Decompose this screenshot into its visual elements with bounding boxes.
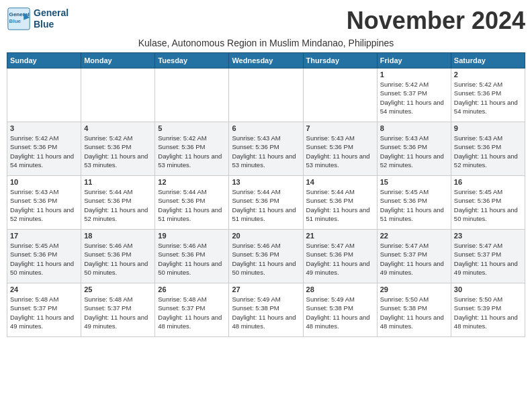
day-info: Sunrise: 5:43 AM Sunset: 5:36 PM Dayligh… <box>306 134 374 169</box>
weekday-header-sunday: Sunday <box>7 53 81 68</box>
day-number: 6 <box>232 124 300 132</box>
day-info: Sunrise: 5:43 AM Sunset: 5:36 PM Dayligh… <box>380 134 448 169</box>
day-info: Sunrise: 5:50 AM Sunset: 5:39 PM Dayligh… <box>454 295 522 330</box>
day-info: Sunrise: 5:48 AM Sunset: 5:37 PM Dayligh… <box>84 295 152 330</box>
calendar-cell: 18Sunrise: 5:46 AM Sunset: 5:36 PM Dayli… <box>81 230 155 283</box>
calendar-cell: 9Sunrise: 5:43 AM Sunset: 5:36 PM Daylig… <box>451 122 525 176</box>
calendar-week-3: 10Sunrise: 5:43 AM Sunset: 5:36 PM Dayli… <box>7 176 525 230</box>
calendar-cell: 21Sunrise: 5:47 AM Sunset: 5:36 PM Dayli… <box>303 230 377 283</box>
calendar-cell <box>229 68 303 122</box>
day-info: Sunrise: 5:42 AM Sunset: 5:36 PM Dayligh… <box>10 134 78 169</box>
day-number: 2 <box>454 71 522 79</box>
day-info: Sunrise: 5:46 AM Sunset: 5:36 PM Dayligh… <box>158 241 226 277</box>
calendar-cell: 22Sunrise: 5:47 AM Sunset: 5:37 PM Dayli… <box>377 230 451 283</box>
day-info: Sunrise: 5:45 AM Sunset: 5:36 PM Dayligh… <box>380 187 448 223</box>
calendar-cell: 26Sunrise: 5:48 AM Sunset: 5:37 PM Dayli… <box>155 283 229 337</box>
day-info: Sunrise: 5:44 AM Sunset: 5:36 PM Dayligh… <box>158 187 226 223</box>
calendar-cell: 2Sunrise: 5:42 AM Sunset: 5:36 PM Daylig… <box>451 68 525 122</box>
calendar-cell: 23Sunrise: 5:47 AM Sunset: 5:37 PM Dayli… <box>451 230 525 283</box>
day-number: 14 <box>306 178 374 186</box>
day-number: 18 <box>84 232 152 240</box>
calendar-cell: 8Sunrise: 5:43 AM Sunset: 5:36 PM Daylig… <box>377 122 451 176</box>
weekday-header-monday: Monday <box>81 53 155 68</box>
calendar-cell: 6Sunrise: 5:43 AM Sunset: 5:36 PM Daylig… <box>229 122 303 176</box>
day-number: 9 <box>454 124 522 132</box>
day-info: Sunrise: 5:42 AM Sunset: 5:36 PM Dayligh… <box>84 134 152 169</box>
calendar-cell: 25Sunrise: 5:48 AM Sunset: 5:37 PM Dayli… <box>81 283 155 337</box>
day-number: 25 <box>84 285 152 293</box>
calendar-cell: 20Sunrise: 5:46 AM Sunset: 5:36 PM Dayli… <box>229 230 303 283</box>
calendar-cell <box>81 68 155 122</box>
day-number: 15 <box>380 178 448 186</box>
day-info: Sunrise: 5:47 AM Sunset: 5:37 PM Dayligh… <box>380 241 448 277</box>
calendar-cell: 5Sunrise: 5:42 AM Sunset: 5:36 PM Daylig… <box>155 122 229 176</box>
month-title: November 2024 <box>347 7 525 35</box>
day-info: Sunrise: 5:49 AM Sunset: 5:38 PM Dayligh… <box>232 295 300 330</box>
day-number: 19 <box>158 232 226 240</box>
day-number: 24 <box>10 285 78 293</box>
weekday-header-row: SundayMondayTuesdayWednesdayThursdayFrid… <box>7 53 525 68</box>
day-number: 29 <box>380 285 448 293</box>
weekday-header-friday: Friday <box>377 53 451 68</box>
logo-icon: General Blue <box>7 7 31 31</box>
weekday-header-saturday: Saturday <box>451 53 525 68</box>
calendar-cell: 7Sunrise: 5:43 AM Sunset: 5:36 PM Daylig… <box>303 122 377 176</box>
day-number: 12 <box>158 178 226 186</box>
day-number: 20 <box>232 232 300 240</box>
day-number: 22 <box>380 232 448 240</box>
day-info: Sunrise: 5:48 AM Sunset: 5:37 PM Dayligh… <box>10 295 78 330</box>
day-info: Sunrise: 5:44 AM Sunset: 5:36 PM Dayligh… <box>84 187 152 223</box>
calendar-week-2: 3Sunrise: 5:42 AM Sunset: 5:36 PM Daylig… <box>7 122 525 176</box>
calendar-subtitle: Kulase, Autonomous Region in Muslim Mind… <box>7 38 525 48</box>
calendar-week-1: 1Sunrise: 5:42 AM Sunset: 5:37 PM Daylig… <box>7 68 525 122</box>
day-number: 16 <box>454 178 522 186</box>
calendar-cell: 19Sunrise: 5:46 AM Sunset: 5:36 PM Dayli… <box>155 230 229 283</box>
day-info: Sunrise: 5:46 AM Sunset: 5:36 PM Dayligh… <box>84 241 152 277</box>
calendar-cell: 1Sunrise: 5:42 AM Sunset: 5:37 PM Daylig… <box>377 68 451 122</box>
day-info: Sunrise: 5:45 AM Sunset: 5:36 PM Dayligh… <box>454 187 522 223</box>
day-info: Sunrise: 5:49 AM Sunset: 5:38 PM Dayligh… <box>306 295 374 330</box>
calendar-week-4: 17Sunrise: 5:45 AM Sunset: 5:36 PM Dayli… <box>7 230 525 283</box>
weekday-header-wednesday: Wednesday <box>229 53 303 68</box>
day-info: Sunrise: 5:44 AM Sunset: 5:36 PM Dayligh… <box>306 187 374 223</box>
day-info: Sunrise: 5:42 AM Sunset: 5:36 PM Dayligh… <box>454 80 522 116</box>
day-info: Sunrise: 5:43 AM Sunset: 5:36 PM Dayligh… <box>232 134 300 169</box>
calendar-cell: 29Sunrise: 5:50 AM Sunset: 5:38 PM Dayli… <box>377 283 451 337</box>
calendar-cell <box>303 68 377 122</box>
day-info: Sunrise: 5:45 AM Sunset: 5:36 PM Dayligh… <box>10 241 78 277</box>
calendar-cell: 11Sunrise: 5:44 AM Sunset: 5:36 PM Dayli… <box>81 176 155 230</box>
calendar-cell: 12Sunrise: 5:44 AM Sunset: 5:36 PM Dayli… <box>155 176 229 230</box>
day-info: Sunrise: 5:42 AM Sunset: 5:37 PM Dayligh… <box>380 80 448 116</box>
svg-text:Blue: Blue <box>9 18 21 24</box>
day-number: 11 <box>84 178 152 186</box>
calendar-cell: 14Sunrise: 5:44 AM Sunset: 5:36 PM Dayli… <box>303 176 377 230</box>
day-number: 17 <box>10 232 78 240</box>
calendar-week-5: 24Sunrise: 5:48 AM Sunset: 5:37 PM Dayli… <box>7 283 525 337</box>
day-info: Sunrise: 5:47 AM Sunset: 5:36 PM Dayligh… <box>306 241 374 277</box>
day-number: 4 <box>84 124 152 132</box>
day-number: 10 <box>10 178 78 186</box>
weekday-header-tuesday: Tuesday <box>155 53 229 68</box>
logo-text-general: General <box>34 7 69 19</box>
day-number: 23 <box>454 232 522 240</box>
day-number: 13 <box>232 178 300 186</box>
calendar-table: SundayMondayTuesdayWednesdayThursdayFrid… <box>7 52 525 337</box>
day-number: 5 <box>158 124 226 132</box>
calendar-cell <box>7 68 81 122</box>
page-header: General Blue General Blue November 2024 <box>7 7 525 35</box>
calendar-cell: 15Sunrise: 5:45 AM Sunset: 5:36 PM Dayli… <box>377 176 451 230</box>
calendar-cell: 17Sunrise: 5:45 AM Sunset: 5:36 PM Dayli… <box>7 230 81 283</box>
day-number: 27 <box>232 285 300 293</box>
day-number: 21 <box>306 232 374 240</box>
day-info: Sunrise: 5:43 AM Sunset: 5:36 PM Dayligh… <box>454 134 522 169</box>
calendar-cell: 13Sunrise: 5:44 AM Sunset: 5:36 PM Dayli… <box>229 176 303 230</box>
calendar-cell <box>155 68 229 122</box>
calendar-cell: 10Sunrise: 5:43 AM Sunset: 5:36 PM Dayli… <box>7 176 81 230</box>
day-number: 8 <box>380 124 448 132</box>
day-number: 30 <box>454 285 522 293</box>
calendar-cell: 27Sunrise: 5:49 AM Sunset: 5:38 PM Dayli… <box>229 283 303 337</box>
day-info: Sunrise: 5:47 AM Sunset: 5:37 PM Dayligh… <box>454 241 522 277</box>
day-number: 26 <box>158 285 226 293</box>
calendar-cell: 24Sunrise: 5:48 AM Sunset: 5:37 PM Dayli… <box>7 283 81 337</box>
day-info: Sunrise: 5:43 AM Sunset: 5:36 PM Dayligh… <box>10 187 78 223</box>
